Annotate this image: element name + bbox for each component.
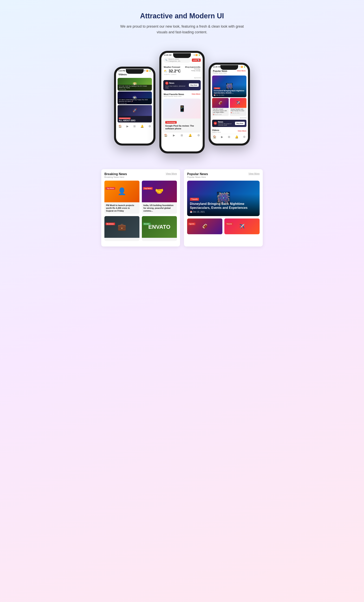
sponsor-bar-right[interactable]: N News Discover the power of informed ne…	[212, 120, 246, 127]
view-more-popular[interactable]: View More	[237, 70, 246, 72]
brand-tagline-right: Discover the power of informed news	[218, 123, 234, 126]
sports-tag-overlay: Sports	[188, 219, 195, 226]
popular-featured[interactable]: 🎆 Travels Disneyland Bringing Back Night…	[212, 75, 246, 97]
card-tag-4: Envato	[143, 223, 151, 225]
live-badge[interactable]: LIVE 📡	[192, 59, 201, 62]
popular-mini-card-travels[interactable]: Travels ✈️	[224, 218, 260, 234]
video-title-1: ICC 0:20 / 5:00 The Making of the ICC Cr…	[119, 85, 151, 89]
nav-video-right[interactable]: ▶	[221, 135, 223, 139]
popular-featured-title: Disneyland Bringing Back Nighttime Spect…	[214, 90, 245, 94]
nav-settings-center[interactable]: ⚙	[197, 134, 200, 137]
india-us-emoji: 🤝	[155, 187, 164, 195]
weather-right: Bhuj,Gujarat,India Thursday Partly cloud…	[185, 66, 200, 72]
nav-grid-center[interactable]: ⊞	[181, 134, 183, 137]
nav-home-left[interactable]: 🏠	[118, 125, 122, 128]
live-icon: 📡	[197, 59, 199, 61]
brand-name-right: News	[218, 121, 234, 123]
sponsored-banner-center[interactable]: N News News that matters, delivered dail…	[163, 80, 201, 90]
status-time-left: 3:24 PM	[118, 70, 125, 72]
mini-card-nfl-text: The NFL is back! Preseason begins with L…	[212, 108, 229, 114]
nav-home-center[interactable]: 🏠	[164, 134, 167, 137]
view-more-fav[interactable]: View More	[192, 93, 200, 95]
isro-bg: 🚀	[118, 105, 152, 116]
search-input[interactable]: 🔍 Search News, Categories, etc.	[163, 58, 191, 63]
status-time-right: 11:20 AM	[213, 66, 221, 68]
card-tag-2: Top News	[143, 187, 153, 190]
sports-emoji: 🏈	[202, 224, 208, 229]
top-news-tag-1: Top News	[105, 182, 115, 191]
travels-tag: Travels	[225, 223, 233, 225]
status-icons-right: ▪ 🛜 🔋	[239, 66, 246, 68]
business-emoji: 💼	[118, 223, 126, 231]
nav-settings-right[interactable]: ⚙	[243, 135, 246, 139]
breaking-card-body-3	[104, 238, 139, 241]
popular-view-more[interactable]: View More	[249, 172, 260, 175]
breaking-news-grid: Top News 👤 PM Modi to launch projects wo…	[104, 181, 177, 241]
search-icon: 🔍	[165, 59, 167, 61]
breaking-card-body-1: PM Modi to launch projects worth Rs 4,40…	[104, 202, 139, 214]
weather-day: Thursday	[185, 68, 200, 70]
popular-panel-title: Popular News	[187, 172, 208, 176]
breaking-card-body-2: India, US building foundation for strong…	[142, 202, 177, 214]
view-more-videos[interactable]: View More	[238, 130, 246, 132]
nav-grid-right[interactable]: ⊞	[228, 135, 230, 139]
nav-settings-left[interactable]: ⚙	[148, 125, 151, 128]
breaking-card-modi[interactable]: Top News 👤 PM Modi to launch projects wo…	[104, 181, 139, 214]
status-bar-left: 3:24 PM ▪▪▪ 🛜 🔋	[116, 69, 154, 72]
breaking-card-title-1: PM Modi to launch projects worth Rs 4,40…	[106, 204, 138, 212]
mini-card-travel[interactable]: ✈️ Young Travelers and Their Trends For …	[230, 98, 246, 116]
brand-logo: N	[165, 82, 168, 85]
buy-now-button-right[interactable]: Buy Now	[235, 122, 245, 125]
breaking-card-envato[interactable]: Envato ENVATO	[142, 216, 177, 241]
card-tag-1: Top News	[105, 187, 115, 190]
featured-news-card[interactable]: 📱 Technology Google Pixel 6a review: The…	[163, 99, 201, 132]
sponsor-text: N News News that matters, delivered dail…	[165, 82, 187, 89]
status-icons-left: ▪▪▪ 🛜 🔋	[144, 70, 151, 72]
isro-card[interactable]: 🚀 #CHANDRAYAAN3 ALL ABOUT ISRO	[118, 105, 152, 122]
video-card-1[interactable]: 🏆 ▶ ICC 0:20 / 5:00 The Making of the IC…	[118, 78, 152, 91]
signal-icon-r: ▪	[239, 66, 240, 68]
nav-bell-right[interactable]: 🔔	[235, 135, 238, 139]
popular-featured-news[interactable]: 🎆 Travels Disneyland Bringing Back Night…	[187, 181, 260, 216]
status-icons-center: ▪▪ 🛜 🔋	[194, 54, 200, 56]
section-popular-title: Popular News	[213, 70, 227, 72]
video-card-2[interactable]: 🛰️ ▶ ICC Men's Cricket World Cup Trophy …	[118, 91, 152, 104]
nav-home-right[interactable]: 🏠	[213, 135, 216, 139]
popular-mini-card-sports[interactable]: Sports 🏈	[187, 218, 222, 234]
breaking-card-india-us[interactable]: Top News 🤝 India, US building foundation…	[142, 181, 177, 214]
videos-left: Videos Videos Here	[212, 129, 221, 133]
breaking-news-panel: Breaking News Breaking News Here View Mo…	[101, 169, 180, 247]
nav-bell-center[interactable]: 🔔	[188, 134, 192, 137]
weather-section: Weather Forecast ⛅ 32.2°C ↑H:32.6°C ↓L:2…	[161, 64, 203, 77]
video-info-1: ICC 0:20 / 5:00 The Making of the ICC Cr…	[118, 85, 152, 91]
temp-range: ↑H:32.6°C ↓L:26.6°C	[164, 74, 181, 75]
nav-grid-left[interactable]: ⊞	[133, 125, 136, 128]
brand-name: News	[169, 82, 174, 84]
envato-tag-overlay: Envato	[143, 217, 151, 226]
videos-title: Videos	[212, 129, 221, 131]
wifi-icon-c: 🛜	[195, 54, 198, 56]
isro-title: ALL ABOUT ISRO	[118, 119, 152, 122]
weather-temp-row: ⛅ 32.2°C	[164, 69, 181, 73]
search-placeholder: Search News, Categories, etc.	[168, 58, 189, 62]
mini-card-nfl[interactable]: 🏈 The NFL is back! Preseason begins with…	[212, 98, 229, 116]
phone-popular-screen: 11:20 AM ▪ 🛜 🔋 Popular News Popular News…	[210, 65, 248, 144]
calendar-icon-pf: 📅	[214, 95, 216, 96]
breaking-view-more[interactable]: View More	[166, 172, 177, 175]
page-subtitle: We are proud to present our new look, fe…	[117, 24, 247, 35]
buy-now-button-center[interactable]: Buy Now	[189, 83, 199, 87]
popular-panel-sub: Popular News Here	[187, 176, 208, 178]
nav-video-center[interactable]: ▶	[173, 134, 175, 137]
brand-info-right: News Discover the power of informed news	[218, 121, 234, 126]
nav-bell-left[interactable]: 🔔	[140, 125, 144, 128]
video-time-2: 13 minutes ago	[119, 103, 151, 104]
calendar-icon-m1: 📅	[213, 114, 214, 115]
news-tag: Technology	[165, 121, 177, 124]
india-us-img: Top News 🤝	[142, 181, 177, 202]
nav-video-left[interactable]: ▶	[126, 125, 129, 128]
videos-header: Videos	[116, 72, 154, 77]
video-info-2: ICC Men's Cricket World Cup Trophy Tour …	[118, 98, 152, 104]
breaking-card-business[interactable]: Business 💼	[104, 216, 139, 241]
signal-icon: ▪▪▪	[144, 70, 146, 72]
popular-mini-grid: Sports 🏈 Travels ✈️	[187, 218, 260, 234]
